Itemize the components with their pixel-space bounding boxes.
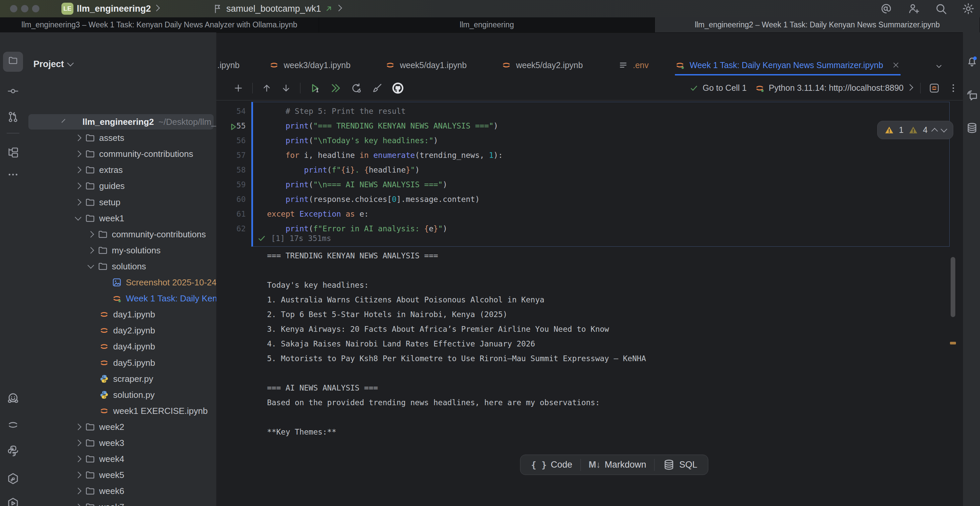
tree-item-community-contributions[interactable]: community-contributions — [26, 146, 216, 162]
tree-item[interactable]: day5.ipynb — [26, 355, 216, 371]
tree-item-week4[interactable]: week4 — [26, 451, 216, 467]
editor-tab[interactable]: week5/day1.ipynb — [385, 56, 467, 74]
tree-item-week1[interactable]: week1 — [26, 210, 216, 226]
tool-button-structure[interactable] — [0, 146, 26, 159]
tree-item-my-solutions[interactable]: my-solutions — [26, 242, 216, 258]
chevron-right-icon[interactable] — [75, 488, 81, 494]
window-tab[interactable]: llm_engineering3 – Week 1 Task: Kenyan D… — [0, 18, 319, 32]
tool-button-python[interactable] — [0, 445, 26, 457]
chevron-right-icon[interactable] — [75, 167, 81, 173]
chevron-right-icon[interactable] — [75, 456, 81, 462]
jupyter-icon — [7, 418, 19, 431]
more-options-icon[interactable] — [948, 83, 959, 94]
tree-item[interactable]: solution.py — [26, 387, 216, 403]
chevron-down-icon[interactable] — [75, 214, 81, 221]
close-tab-icon[interactable] — [891, 60, 900, 70]
window-controls — [0, 5, 60, 12]
tree-item-setup[interactable]: setup — [26, 194, 216, 210]
tree-item[interactable]: Screenshot 2025-10-24 at — [26, 274, 216, 290]
editor-tab[interactable]: .env — [618, 56, 649, 74]
chevron-right-icon[interactable] — [75, 183, 81, 189]
tree-item-week5[interactable]: week5 — [26, 467, 216, 483]
folder-icon — [85, 422, 95, 432]
chevron-right-icon[interactable] — [88, 247, 94, 254]
chevron-down-icon[interactable] — [88, 262, 94, 269]
chevron-right-icon[interactable] — [75, 472, 81, 478]
editor-tab[interactable]: week3/day1.ipynb — [269, 56, 350, 74]
tree-item-label: day4.ipynb — [113, 341, 155, 352]
settings-gear-icon[interactable] — [962, 2, 975, 15]
chevron-right-icon[interactable] — [75, 199, 81, 205]
next-problem-icon[interactable] — [940, 126, 947, 132]
tree-item-week2[interactable]: week2 — [26, 419, 216, 435]
run-all-button[interactable] — [330, 82, 342, 94]
window-tab[interactable]: llm_engineering — [319, 18, 655, 32]
chevron-right-icon[interactable] — [75, 504, 81, 506]
cell-type-code-button[interactable]: { }Code — [523, 458, 581, 472]
tree-item[interactable]: week1 EXERCISE.ipynb — [26, 403, 216, 419]
tool-button-folder[interactable] — [0, 56, 26, 65]
search-icon[interactable] — [935, 2, 947, 15]
move-up-button[interactable] — [261, 83, 272, 94]
tool-button-more-horizontal[interactable] — [0, 169, 26, 181]
zoom-button[interactable] — [32, 5, 40, 12]
tool-button-python-packages[interactable] — [0, 472, 26, 485]
tree-item-week6[interactable]: week6 — [26, 483, 216, 499]
add-user-icon[interactable] — [907, 2, 920, 15]
run-line-icon[interactable] — [228, 122, 238, 132]
tool-button-ai-chat[interactable] — [966, 89, 978, 102]
tree-item-solutions[interactable]: solutions — [26, 258, 216, 274]
add-cell-button[interactable] — [233, 83, 243, 94]
editor-tab[interactable]: week5/day2.ipynb — [501, 56, 583, 74]
cell-type-sql-button[interactable]: SQL — [655, 458, 705, 472]
tree-item-assets[interactable]: assets — [26, 130, 216, 146]
code-editor[interactable]: # Step 5: Print the result print("=== TR… — [267, 104, 503, 236]
editor-tab[interactable]: Week 1 Task: Daily Kenyan News Summarize… — [675, 56, 900, 75]
tool-button-notifications[interactable] — [966, 55, 978, 68]
kernel-selector[interactable]: Python 3.11.14: http://localhost:8890 — [755, 83, 912, 93]
tool-button-jupyter[interactable] — [0, 418, 26, 431]
tree-item-week3[interactable]: week3 — [26, 435, 216, 451]
close-button[interactable] — [10, 5, 18, 12]
github-button[interactable] — [392, 82, 404, 94]
run-cell-button[interactable] — [309, 82, 321, 94]
chevron-right-icon[interactable] — [75, 151, 81, 157]
minimize-button[interactable] — [21, 5, 29, 12]
tool-button-database[interactable] — [966, 122, 978, 135]
tab-list-chevron-icon[interactable] — [935, 62, 943, 71]
cell-type-markdown-button[interactable]: M↓Markdown — [581, 458, 655, 472]
tool-button-services[interactable] — [0, 497, 26, 506]
tree-item-community-contributions[interactable]: community-contributions — [26, 226, 216, 242]
inspections-widget[interactable]: 1 4 — [877, 121, 953, 139]
tool-button-huggingface[interactable] — [0, 392, 26, 405]
chevron-right-icon[interactable] — [75, 423, 81, 430]
tree-item[interactable]: day2.ipynb — [26, 322, 216, 339]
editor-tab[interactable]: .ipynb — [217, 56, 240, 74]
clear-outputs-button[interactable] — [371, 82, 383, 94]
project-widget[interactable]: LE llm_engineering2 — [61, 3, 159, 15]
folder-icon — [85, 213, 95, 223]
tool-button-commit[interactable] — [0, 85, 26, 97]
tree-item-guides[interactable]: guides — [26, 178, 216, 194]
prev-problem-icon[interactable] — [931, 128, 938, 135]
tree-item[interactable]: scraper.py — [26, 371, 216, 387]
branch-widget[interactable]: samuel_bootcamp_wk1 — [212, 3, 341, 14]
chevron-right-icon[interactable] — [75, 135, 81, 141]
tree-item-week7[interactable]: week7 — [26, 499, 216, 506]
tree-item[interactable]: day1.ipynb — [26, 306, 216, 322]
editor-scrollbar[interactable] — [951, 257, 955, 317]
tree-item-extras[interactable]: extras — [26, 162, 216, 178]
move-down-button[interactable] — [281, 83, 291, 94]
tree-item-llm_engineering2[interactable]: llm_engineering2~/Desktop/llm_en — [26, 114, 216, 130]
ai-assistant-icon[interactable] — [880, 2, 892, 15]
tree-item[interactable]: day4.ipynb — [26, 339, 216, 355]
tool-button-pull-request[interactable] — [0, 111, 26, 123]
go-to-cell-button[interactable]: Go to Cell 1 — [689, 83, 747, 93]
jupyter-console-icon[interactable] — [929, 83, 940, 94]
chevron-right-icon[interactable] — [75, 439, 81, 446]
chevron-right-icon[interactable] — [88, 231, 94, 238]
window-tab[interactable]: llm_engineering2 – Week 1 Task: Daily Ke… — [655, 18, 980, 32]
restart-kernel-button[interactable] — [350, 82, 363, 94]
tree-item[interactable]: Week 1 Task: Daily Kenyan — [26, 290, 216, 306]
project-panel-header[interactable]: Project — [33, 59, 73, 69]
